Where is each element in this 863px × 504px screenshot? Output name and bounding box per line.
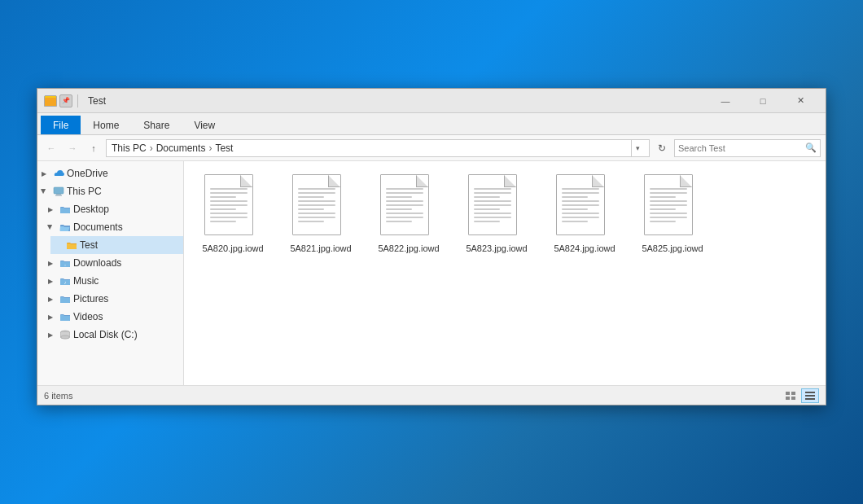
expand-arrow: ▶ (37, 167, 50, 180)
expand-arrow: ▶ (44, 292, 57, 305)
sidebar: ▶ OneDrive ▶ This PC ▶ Deskto (37, 161, 184, 385)
sidebar-label: This PC (67, 186, 102, 197)
title-folder-icon (44, 95, 57, 107)
folder-download-icon: ↓ (59, 256, 72, 270)
sidebar-label: Pictures (73, 293, 108, 305)
file-explorer-window: 📌 Test — □ ✕ File Home Share View ← → ↑ … (37, 88, 826, 405)
refresh-button[interactable]: ↻ (653, 139, 671, 157)
file-item[interactable]: 5A823.jpg.iowd (456, 169, 537, 259)
sidebar-label: Videos (73, 311, 103, 322)
status-bar: 6 items (37, 385, 826, 405)
title-bar-icons: 📌 (44, 94, 72, 107)
sidebar-label: Test (80, 239, 98, 251)
sidebar-label: Documents (73, 221, 123, 233)
item-count: 6 items (44, 391, 72, 401)
sidebar-label: Music (73, 275, 99, 287)
file-label: 5A820.jpg.iowd (202, 243, 263, 254)
file-item[interactable]: 5A821.jpg.iowd (280, 169, 361, 259)
file-doc-icon (292, 174, 349, 239)
search-icon: 🔍 (805, 142, 817, 153)
onedrive-icon (52, 167, 65, 180)
back-button[interactable]: ← (42, 139, 60, 157)
file-label: 5A821.jpg.iowd (290, 243, 351, 254)
search-box[interactable]: 🔍 (674, 139, 821, 157)
expand-arrow: ▶ (44, 310, 57, 323)
sidebar-item-videos[interactable]: ▶ Videos (44, 308, 183, 326)
address-path[interactable]: This PC › Documents › Test ▾ (106, 139, 650, 157)
tab-view[interactable]: View (182, 116, 227, 134)
ribbon-tabs: File Home Share View (37, 113, 826, 134)
file-item[interactable]: 5A824.jpg.iowd (544, 169, 625, 259)
tab-home[interactable]: Home (81, 116, 131, 134)
sidebar-label: OneDrive (67, 168, 108, 179)
file-doc-icon (556, 174, 613, 239)
expand-arrow: ▶ (44, 256, 57, 270)
file-doc-icon (204, 174, 261, 239)
folder-yellow-icon (65, 239, 78, 252)
title-bar: 📌 Test — □ ✕ (37, 89, 826, 113)
sidebar-item-documents[interactable]: ▶ Documents (44, 218, 183, 236)
path-this-pc[interactable]: This PC (112, 142, 147, 154)
path-test[interactable]: Test (215, 142, 233, 154)
sidebar-item-music[interactable]: ▶ ♪ Music (44, 272, 183, 290)
sidebar-item-test[interactable]: ▶ Test (50, 236, 183, 254)
address-dropdown[interactable]: ▾ (631, 139, 644, 157)
sidebar-item-downloads[interactable]: ▶ ↓ Downloads (44, 254, 183, 272)
file-item[interactable]: 5A822.jpg.iowd (368, 169, 449, 259)
file-doc-icon (468, 174, 525, 239)
expand-arrow: ▶ (44, 203, 57, 216)
svg-rect-0 (54, 187, 64, 194)
computer-icon (52, 185, 65, 198)
svg-rect-2 (55, 195, 62, 196)
sidebar-label: Local Disk (C:) (73, 329, 138, 340)
expand-arrow: ▶ (37, 185, 50, 198)
path-documents[interactable]: Documents (156, 142, 206, 154)
svg-rect-11 (805, 392, 815, 393)
folder-icon (59, 203, 72, 216)
folder-pictures-icon (59, 292, 72, 305)
folder-open-icon (59, 221, 72, 234)
svg-text:↓: ↓ (64, 262, 67, 267)
expand-arrow: ▶ (44, 221, 57, 234)
address-bar: ← → ↑ This PC › Documents › Test ▾ ↻ 🔍 (37, 135, 826, 161)
sidebar-label: Downloads (73, 257, 121, 269)
forward-button[interactable]: → (64, 139, 81, 157)
main-content: ▶ OneDrive ▶ This PC ▶ Deskto (37, 161, 826, 385)
file-doc-icon (644, 174, 701, 239)
sidebar-item-thispc[interactable]: ▶ This PC (37, 182, 183, 200)
tab-share[interactable]: Share (131, 116, 182, 134)
title-pin-icon: 📌 (59, 94, 72, 107)
expand-arrow: ▶ (44, 328, 57, 341)
sidebar-item-onedrive[interactable]: ▶ OneDrive (37, 164, 183, 182)
minimize-button[interactable]: — (707, 89, 744, 113)
svg-point-6 (61, 335, 70, 339)
file-item[interactable]: 5A825.jpg.iowd (632, 169, 713, 259)
file-doc-icon (380, 174, 437, 239)
grid-view-button[interactable] (782, 388, 799, 403)
tab-file[interactable]: File (41, 116, 81, 134)
expand-arrow: ▶ (44, 274, 57, 287)
file-area: 5A820.jpg.iowd5A821.jpg.iowd5A822.jpg.io… (184, 161, 826, 385)
close-button[interactable]: ✕ (782, 89, 819, 113)
svg-rect-13 (805, 398, 815, 400)
sidebar-item-localdisk[interactable]: ▶ Local Disk (C:) (44, 326, 183, 344)
search-input[interactable] (678, 143, 802, 153)
sidebar-label: Desktop (73, 204, 109, 215)
ribbon: File Home Share View (37, 113, 826, 135)
svg-rect-9 (786, 397, 790, 400)
up-button[interactable]: ↑ (85, 139, 103, 157)
sidebar-item-desktop[interactable]: ▶ Desktop (44, 200, 183, 218)
svg-rect-7 (786, 392, 790, 395)
view-buttons (782, 388, 819, 403)
window-controls: — □ ✕ (707, 89, 819, 113)
svg-rect-12 (805, 395, 815, 397)
svg-rect-1 (56, 194, 61, 195)
svg-rect-10 (791, 397, 795, 400)
svg-rect-8 (791, 392, 795, 395)
file-item[interactable]: 5A820.jpg.iowd (192, 169, 274, 259)
window-title: Test (88, 95, 702, 107)
sidebar-item-pictures[interactable]: ▶ Pictures (44, 290, 183, 308)
folder-videos-icon (59, 310, 72, 323)
list-view-button[interactable] (801, 388, 819, 403)
maximize-button[interactable]: □ (744, 89, 782, 113)
